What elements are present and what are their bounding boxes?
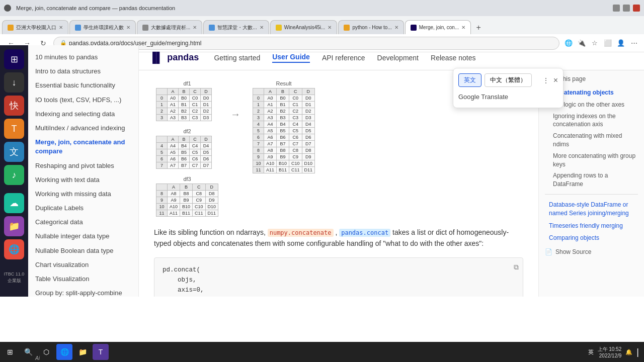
nav-sidebar: 10 minutes to pandasIntro to data struct… (28, 45, 139, 297)
source-icon: 📄 (545, 248, 552, 255)
pandas-logo: ▐▌ pandas (149, 52, 199, 63)
sidebar-item-3[interactable]: IO tools (text, CSV, HDFS, ...) (28, 93, 138, 107)
os-cloud-icon[interactable]: ☁ (4, 193, 24, 213)
df3-grid: df3 ABCD 8A8B8C8D8 9A9B9C9D9 10A10B10C10… (156, 176, 218, 217)
pandas-logo-text: pandas (167, 52, 199, 63)
new-tab-btn[interactable]: + (472, 21, 485, 34)
df3-title: df3 (156, 176, 218, 182)
translate-more-btn[interactable]: ⋮ (542, 76, 549, 84)
tab-close-1[interactable]: ✕ (126, 25, 130, 30)
toc-item-database[interactable]: Database-style DataFrame or named Series… (545, 199, 638, 220)
toc-item-comparing[interactable]: Comparing objects (545, 232, 638, 244)
os-search-icon[interactable]: ↓ (4, 72, 24, 93)
os-sidebar: ⊞ ↓ 快 T 文 ♪ ☁ 📁 🌐 ITBC 11.0 企業版 (0, 45, 28, 297)
google-translate-label[interactable]: Google Translate (458, 91, 558, 103)
sidebar-item-5[interactable]: MultiIndex / advanced indexing (28, 121, 138, 135)
df1-title: df1 (156, 80, 218, 86)
tab-2[interactable]: 大數據處理資析... ✕ (137, 20, 202, 34)
os-app4-icon[interactable]: ♪ (4, 165, 24, 185)
tab-3[interactable]: 智慧課堂・大數... ✕ (203, 20, 269, 34)
pandas-logo-icon: ▐▌ (149, 52, 163, 63)
para-text1: Like its sibling function on ndarrays, (154, 228, 268, 236)
inline-code-pandas: pandas.concat (339, 229, 390, 237)
os-network-icon[interactable]: 🌐 (4, 239, 24, 259)
df1-table: ABCD 0A0B0C0D0 1A1B1C1D1 2A2B2C2D2 3A3B3… (156, 88, 212, 121)
sidebar-item-12[interactable]: Nullable integer data type (28, 229, 138, 243)
inline-code-numpy: numpy.concatenate (268, 229, 334, 237)
sidebar-item-16[interactable]: Group by: split-apply-combine (28, 286, 138, 297)
sidebar-item-10[interactable]: Duplicate Labels (28, 201, 138, 215)
code-content: pd.concat( objs, axis=0, join="outer", i… (163, 265, 515, 297)
window-title: Merge, join, concatenate and compare — p… (16, 5, 175, 11)
tab-1[interactable]: 學生終環課程入數 ✕ (69, 20, 136, 34)
content-para: Like its sibling function on ndarrays, n… (154, 227, 523, 249)
sidebar-item-13[interactable]: Nullable Boolean data type (28, 244, 138, 258)
maximize-btn[interactable] (623, 5, 630, 12)
sidebar-item-8[interactable]: Working with text data (28, 173, 138, 187)
arrow-icon: → (230, 78, 240, 120)
minimize-btn[interactable] (613, 5, 620, 12)
tab-close-5[interactable]: ✕ (394, 25, 398, 30)
os-home-icon[interactable]: ⊞ (4, 49, 24, 69)
copy-icon[interactable]: ⧉ (514, 262, 519, 273)
dfs-left: df1 ABCD 0A0B0C0D0 1A1B1C1D1 2A2B2C2D2 3… (154, 78, 220, 219)
tab-close-4[interactable]: ✕ (328, 25, 332, 30)
show-source-text: Show Source (555, 248, 591, 255)
os-bottom-label: ITBC 11.0 企業版 (4, 262, 25, 293)
tabs-row: 亞洲大學校園入口 ✕ 學生終環課程入數 ✕ 大數據處理資析... ✕ 智慧課堂・… (0, 16, 644, 34)
toc-item-timeseries[interactable]: Timeseries friendly merging (545, 220, 638, 232)
toc-subitem-mixed[interactable]: Concatenating with mixed ndims (545, 130, 638, 150)
close-btn[interactable] (633, 5, 640, 12)
sidebar-item-9[interactable]: Working with missing data (28, 187, 138, 201)
result-table: ABCD 0A0B0C0D0 1A1B1C1D1 2A2B2C2D2 3A3B3… (253, 88, 315, 173)
toc-subitem-more[interactable]: More concatenating with group keys (545, 150, 638, 170)
tab-close-6[interactable]: ✕ (461, 25, 465, 30)
translate-popup: 英文 中文（繁體） ⋮ × Google Translate (453, 68, 564, 108)
sidebar-item-0[interactable]: 10 minutes to pandas (28, 50, 138, 64)
code-block: ⧉ pd.concat( objs, axis=0, join="outer",… (154, 257, 523, 297)
sidebar-item-2[interactable]: Essential basic functionality (28, 78, 138, 93)
tab-5[interactable]: python - How to... ✕ (338, 20, 404, 34)
toc-subitem-ignoring[interactable]: Ignoring indexes on the concatenation ax… (545, 111, 638, 131)
result-title: Result (253, 80, 315, 86)
df1-grid: df1 ABCD 0A0B0C0D0 1A1B1C1D1 2A2B2C2D2 3… (156, 80, 218, 121)
sidebar-item-11[interactable]: Categorical data (28, 215, 138, 229)
show-source-link[interactable]: 📄 Show Source (545, 248, 638, 255)
pandas-nav-link-2[interactable]: API reference (322, 54, 365, 62)
pandas-nav: ▐▌ pandas Getting startedUser GuideAPI r… (139, 45, 644, 70)
os-app1-icon[interactable]: 快 (4, 96, 24, 116)
os-app2-icon[interactable]: T (4, 119, 24, 139)
sidebar-item-15[interactable]: Table Visualization (28, 272, 138, 286)
pandas-nav-link-1[interactable]: User Guide (272, 53, 310, 63)
sidebar-item-1[interactable]: Intro to data structures (28, 64, 138, 78)
tab-4[interactable]: WineAnalysis45i... ✕ (270, 20, 338, 34)
sidebar-item-14[interactable]: Chart visualization (28, 258, 138, 272)
tab-6-active[interactable]: Merge, join, con... ✕ (405, 20, 471, 34)
translate-close-btn[interactable]: × (553, 76, 558, 85)
tab-close-3[interactable]: ✕ (260, 25, 264, 30)
df2-table: ABCD 4A4B4C4D4 5A5B5C5D5 6A6B6C6D6 7A7B7… (156, 136, 212, 169)
lang-zh-btn[interactable]: 中文（繁體） (485, 73, 532, 87)
tab-close-0[interactable]: ✕ (59, 25, 63, 30)
os-folder-icon[interactable]: 📁 (4, 216, 24, 236)
sidebar-item-6[interactable]: Merge, join, concatenate and compare (28, 135, 138, 158)
tab-0[interactable]: 亞洲大學校園入口 ✕ (2, 20, 68, 34)
result-grid: Result ABCD 0A0B0C0D0 1A1B1C1D1 2A2B2C2D… (253, 80, 315, 173)
title-bar: Merge, join, concatenate and compare — p… (0, 0, 644, 16)
sidebar-item-7[interactable]: Reshaping and pivot tables (28, 159, 138, 173)
os-app3-icon[interactable]: 文 (4, 142, 24, 162)
lang-en-btn[interactable]: 英文 (458, 73, 481, 87)
df2-title: df2 (156, 128, 218, 134)
pandas-nav-link-0[interactable]: Getting started (214, 54, 260, 62)
pandas-nav-link-4[interactable]: Release notes (431, 54, 476, 62)
toc-divider (545, 194, 638, 195)
pandas-nav-link-3[interactable]: Development (377, 54, 419, 62)
sidebar-item-4[interactable]: Indexing and selecting data (28, 107, 138, 121)
df3-table: ABCD 8A8B8C8D8 9A9B9C9D9 10A10B10C10D10 … (156, 184, 218, 217)
toc-subitem-appending[interactable]: Appending rows to a DataFrame (545, 170, 638, 190)
df2-grid: df2 ABCD 4A4B4C4D4 5A5B5C5D5 6A6B6C6D6 7… (156, 128, 218, 169)
tab-close-2[interactable]: ✕ (193, 25, 197, 30)
